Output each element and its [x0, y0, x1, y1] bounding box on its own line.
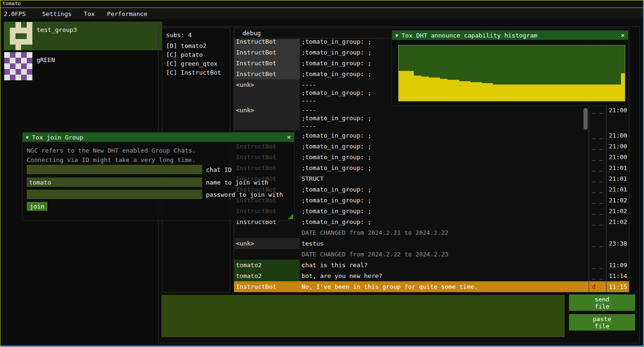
- message-row[interactable]: <unk>testus_ _23:38: [234, 238, 629, 249]
- menu-item-settings[interactable]: Settings: [36, 10, 78, 17]
- histogram-bar: [564, 85, 568, 101]
- message-time: 11:14: [606, 270, 629, 281]
- histogram-bar: [504, 85, 508, 101]
- avatar-pixel: [27, 45, 32, 50]
- avatar-pixel: [21, 39, 27, 45]
- collapse-arrow-icon[interactable]: ▼: [395, 33, 398, 38]
- contact-item[interactable]: gREEN: [4, 52, 162, 80]
- contact-list: test_group3gREEN: [4, 22, 162, 80]
- sender-name: [234, 227, 300, 238]
- avatar-pixel: [27, 63, 32, 69]
- resize-grip[interactable]: [288, 214, 293, 219]
- sender-name: InstructBot: [234, 69, 300, 79]
- histogram-bar: [595, 85, 599, 101]
- histogram-bar: [610, 85, 614, 101]
- histogram-bar: [530, 85, 534, 101]
- subs-list-item[interactable]: [D] tomato2: [162, 41, 230, 50]
- histogram-bar: [432, 77, 436, 101]
- contact-item[interactable]: test_group3: [4, 22, 162, 50]
- join-button[interactable]: join: [27, 202, 47, 211]
- avatar-pixel: [4, 28, 10, 33]
- avatar-pixel: [21, 58, 27, 63]
- message-text: ;tomato_in_group: ;: [300, 184, 589, 195]
- message-text: ;tomato_in_group: ;: [300, 206, 589, 216]
- sender-name: <unk>: [234, 79, 300, 105]
- subs-list-item[interactable]: [C] potato: [162, 50, 230, 59]
- join-group-window: ▼ Tox join Group × NGC refers to the New…: [22, 132, 295, 221]
- message-row[interactable]: <unk>---- ;tomato_in_group: ; ----_ _21:…: [234, 105, 629, 130]
- menu-item-tox[interactable]: Tox: [78, 10, 101, 17]
- join-window-title: Tox join Group: [32, 134, 83, 141]
- message-text: ;tomato_in_group: ;: [300, 216, 589, 227]
- join-password-label: password to join with: [206, 191, 283, 198]
- delivery-indicator: d: [589, 281, 606, 292]
- tab-debug[interactable]: debug: [242, 30, 261, 37]
- join-info-line-1: NGC refers to the New DHT enabled Group …: [27, 147, 196, 154]
- avatar-pixel: [4, 69, 10, 75]
- avatar-pixel: [10, 39, 15, 45]
- message-time: 21:00: [606, 152, 629, 162]
- join-info-line-2: Connecting via ID might take a very long…: [27, 156, 196, 163]
- histogram-bar: [482, 83, 485, 101]
- avatar-pixel: [4, 45, 10, 50]
- sender-name: InstructBot: [234, 39, 300, 47]
- message-input[interactable]: [161, 295, 565, 337]
- message-time: [606, 227, 629, 238]
- send-file-button[interactable]: send file: [569, 294, 635, 311]
- message-text: No, I've been in this group for quite so…: [300, 281, 589, 292]
- avatar-pixel: [21, 63, 27, 69]
- close-icon[interactable]: ×: [621, 31, 625, 39]
- message-time: 21:00: [606, 141, 629, 152]
- chat-scrollbar-thumb[interactable]: [583, 108, 588, 130]
- avatar-pixel: [4, 63, 10, 69]
- histogram-bar: [478, 82, 482, 101]
- message-time: 21:02: [606, 206, 629, 216]
- histogram-bar: [444, 79, 447, 101]
- delivery-indicator: _ _: [589, 162, 606, 173]
- histogram-bar: [485, 83, 489, 101]
- close-icon[interactable]: ×: [287, 133, 291, 141]
- message-row[interactable]: tomato2bot, are you new here?_ _11:14: [234, 270, 629, 281]
- message-time: 11:15: [606, 281, 629, 292]
- avatar-pixel: [15, 52, 21, 58]
- avatar-pixel: [27, 69, 32, 75]
- delivery-indicator: _ _: [589, 260, 606, 270]
- chat-id-input[interactable]: [27, 165, 202, 174]
- message-text: chat is this real?: [300, 260, 589, 270]
- message-text: ;tomato_in_group: ;: [300, 141, 589, 152]
- message-text: testus: [300, 238, 589, 249]
- histogram-bar: [459, 81, 463, 101]
- subs-header: subs: 4: [162, 28, 230, 41]
- delivery-indicator: _ _: [589, 206, 606, 216]
- histogram-bar: [512, 85, 515, 101]
- subs-list-item[interactable]: [C] InstructBot: [162, 68, 230, 77]
- message-row[interactable]: tomato2chat is this real?_ _11:09: [234, 260, 629, 270]
- date-separator-row[interactable]: DATE CHANGED from 2024.2.22 to 2024.2.23: [234, 249, 629, 260]
- message-row[interactable]: InstructBotNo, I've been in this group f…: [234, 281, 629, 292]
- join-password-input[interactable]: [27, 190, 202, 199]
- histogram-bar: [399, 71, 402, 101]
- collapse-arrow-icon[interactable]: ▼: [26, 135, 29, 140]
- histogram-bar: [549, 85, 553, 101]
- avatar-pixel: [10, 69, 15, 75]
- histogram-bar: [557, 85, 561, 101]
- contact-name: test_group3: [37, 22, 77, 50]
- histogram-bar: [470, 82, 474, 101]
- sender-name: InstructBot: [234, 47, 300, 58]
- date-separator-row[interactable]: DATE CHANGED from 2024.2.21 to 2024.2.22: [234, 227, 629, 238]
- avatar-pixel: [4, 58, 10, 63]
- avatar-pixel: [4, 22, 10, 28]
- avatar-pixel: [10, 33, 15, 39]
- histogram-bar: [497, 85, 500, 101]
- titlebar[interactable]: tomato: [0, 0, 644, 8]
- histogram-bar: [489, 83, 493, 101]
- join-window-titlebar[interactable]: ▼ Tox join Group ×: [23, 132, 294, 142]
- histogram-bar: [591, 85, 595, 101]
- subs-list-item[interactable]: [C] green_qtox: [162, 59, 230, 68]
- message-text: ;tomato_in_group: ;: [300, 195, 589, 206]
- menu-item-performance[interactable]: Performance: [101, 10, 153, 17]
- delivery-indicator: [589, 249, 606, 260]
- histogram-window-titlebar[interactable]: ▼ Tox DHT announce capability histogram …: [392, 31, 628, 40]
- paste-file-button[interactable]: paste file: [569, 314, 635, 331]
- join-name-input[interactable]: [27, 177, 202, 187]
